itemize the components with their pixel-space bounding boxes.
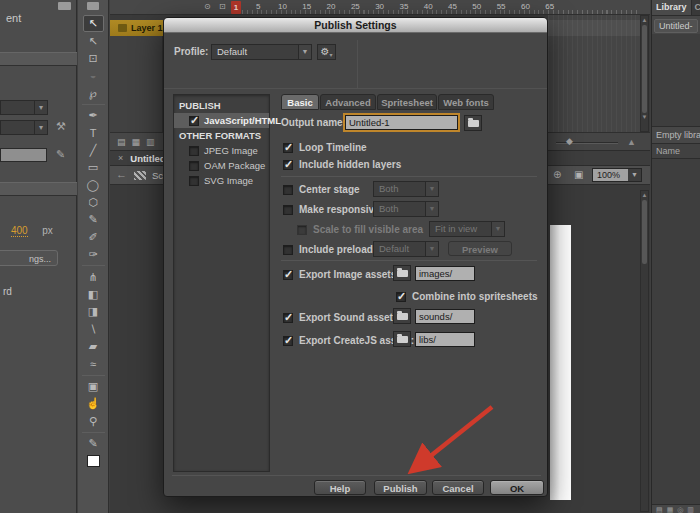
layer-row-layer-1[interactable]: Layer 1 [110,20,163,36]
ink-bottle-tool[interactable]: ◨ [83,303,104,320]
properties-section-header[interactable] [0,182,77,196]
stage-zoom-dropdown[interactable]: 100% ▼ [592,168,642,182]
profile-options-button[interactable]: ⚙▾ [317,44,336,60]
pencil-icon[interactable]: ✎ [56,148,65,161]
help-button[interactable]: Help [314,480,366,495]
include-preloader-dropdown[interactable]: Default ▼ [373,241,439,257]
make-responsive-dropdown[interactable]: Both ▼ [373,201,439,217]
lasso-tool[interactable]: ℘ [83,85,104,102]
export-sound-path-input[interactable] [415,309,475,324]
jpeg-image-checkbox[interactable] [189,146,199,156]
stage-size-value[interactable]: 400 [11,225,28,237]
scroll-up-icon[interactable]: ▲ [641,191,648,200]
export-image-path-input[interactable] [415,266,475,281]
back-arrow-icon[interactable]: ← [116,168,127,180]
output-name-input[interactable] [345,115,458,130]
loop-timeline-checkbox[interactable] [283,143,293,153]
library-document-selector[interactable]: Untitled-1 [654,19,698,33]
library-item-list[interactable] [652,159,700,504]
profile-dropdown[interactable]: Default ▼ [211,44,312,60]
library-name-column-header[interactable]: Name [652,144,700,159]
lock-layers-icon[interactable]: ⊡ [219,2,226,11]
tab-library[interactable]: Library [652,0,692,15]
dialog-title-bar[interactable]: Publish Settings [164,18,547,33]
publish-button[interactable]: Publish [374,480,427,495]
subselection-tool[interactable]: ↖ [83,32,104,49]
export-createjs-path-input[interactable] [415,332,475,347]
pencil-tool[interactable]: ✎ [83,211,104,228]
scale-fill-checkbox[interactable] [297,225,307,235]
new-folder-icon[interactable]: ▦ [132,137,141,147]
timeline-scrollbar[interactable]: ▲ ▼ [640,15,649,132]
cancel-button[interactable]: Cancel [432,480,484,495]
scale-fill-dropdown[interactable]: Fit in view ▼ [429,221,505,237]
export-createjs-assets-checkbox[interactable] [283,336,293,346]
scroll-up-icon[interactable]: ▲ [641,16,648,25]
stroke-color-tool[interactable]: ✎ [83,435,104,452]
show-hide-layers-icon[interactable]: ⊙ [204,2,211,11]
ok-button[interactable]: OK [490,480,544,495]
clip-content-icon[interactable]: ▣ [574,169,583,180]
tab-cc-libraries[interactable]: C [692,0,700,15]
publish-settings-shortcut-button[interactable]: ngs... [0,250,58,266]
eyedropper-tool[interactable]: ∖ [83,321,104,338]
format-item-svg-image[interactable]: SVG Image [174,173,269,188]
export-createjs-browse-button[interactable] [393,331,411,347]
camera-tool[interactable]: ▣ [83,378,104,395]
pen-tool[interactable]: ✒ [83,107,104,124]
panel-grip-icon[interactable] [58,2,71,10]
paint-brush-tool[interactable]: ✑ [83,246,104,263]
scrollbar-thumb[interactable] [642,25,647,113]
paint-bucket-tool[interactable]: ◧ [83,286,104,303]
tab-web-fonts[interactable]: Web fonts [438,94,494,110]
delete-layer-icon[interactable]: ▥ [146,137,155,147]
brush-tool[interactable]: ✐ [83,229,104,246]
svg-image-checkbox[interactable] [189,176,199,186]
bone-tool[interactable]: ⋔ [83,268,104,285]
format-item-jpeg-image[interactable]: JPEG Image [174,143,269,158]
include-preloader-checkbox[interactable] [283,245,293,255]
zoom-slider-thumb[interactable]: ◆ [566,136,573,146]
format-item-oam-package[interactable]: OAM Package [174,158,269,173]
timeline-ruler[interactable]: ⊙ ⊡ 1 5101520253035404550556065 [110,0,650,15]
layer-list-area[interactable] [110,36,163,132]
center-stage-checkbox[interactable] [283,185,293,195]
selection-tool[interactable]: ↖ [83,15,104,32]
export-sound-assets-checkbox[interactable] [283,313,293,323]
zoom-tool[interactable]: ⚲ [83,413,104,430]
close-document-icon[interactable]: × [118,153,123,163]
include-hidden-layers-checkbox[interactable] [283,160,293,170]
scroll-down-icon[interactable]: ▼ [641,113,648,122]
javascript-html-checkbox[interactable] [189,116,199,126]
oval-tool[interactable]: ◯ [83,177,104,194]
properties-text-field[interactable] [0,148,47,162]
tab-spritesheet[interactable]: Spritesheet [377,94,437,110]
free-transform-tool[interactable]: ⊡ [83,50,104,67]
new-symbol-icon[interactable]: ▤ [656,505,663,513]
export-image-browse-button[interactable] [393,265,411,281]
stage-canvas[interactable] [550,225,571,500]
line-tool[interactable]: ╱ [83,142,104,159]
delete-icon[interactable]: ▥ [687,505,694,513]
properties-dropdown[interactable]: ▾ [0,100,48,115]
make-responsive-checkbox[interactable] [283,205,293,215]
playhead[interactable]: 1 [231,1,241,14]
eraser-tool[interactable]: ▰ [83,338,104,355]
fill-color-swatch[interactable] [83,452,104,469]
frame-size-icon[interactable]: ▲ [627,137,636,147]
stage-scrollbar[interactable]: ▲ [640,190,649,512]
rectangle-tool[interactable]: ▭ [83,159,104,176]
output-browse-button[interactable] [464,115,482,131]
format-item-javascript-html[interactable]: JavaScript/HTML [174,113,269,128]
wrench-icon[interactable]: ⚒ [56,120,66,133]
center-stage-dropdown[interactable]: Both ▼ [373,181,439,197]
new-layer-icon[interactable]: ▤ [117,137,126,147]
properties-section-header[interactable] [0,52,77,66]
properties-dropdown[interactable]: ▾ [0,120,48,135]
new-folder-icon[interactable]: ▦ [667,505,674,513]
center-stage-icon[interactable]: ⊕ [553,169,561,180]
asset-warp-tool[interactable]: ≈ [83,355,104,372]
scrollbar-thumb[interactable] [642,200,647,264]
preview-button[interactable]: Preview [448,241,512,256]
3d-rotation-tool[interactable]: ◒ [83,67,104,84]
